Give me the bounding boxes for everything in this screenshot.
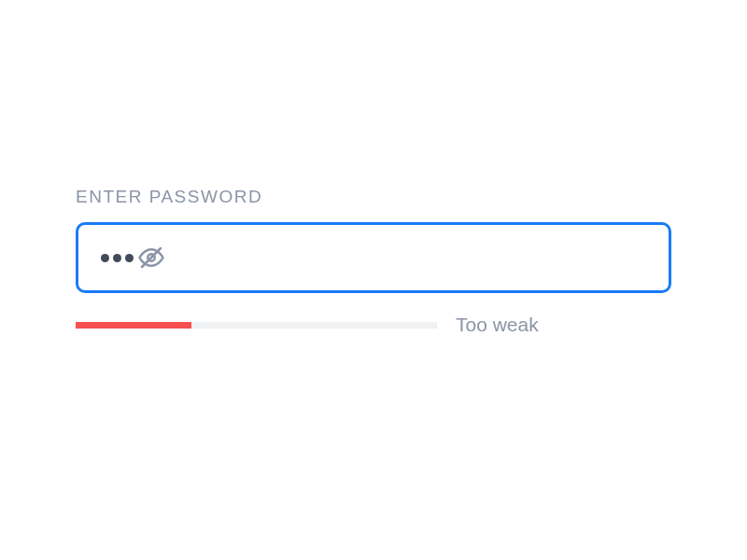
strength-text: Too weak <box>456 314 539 336</box>
password-input[interactable] <box>101 254 134 262</box>
strength-row: Too weak <box>76 314 671 336</box>
eye-off-icon <box>137 244 165 272</box>
strength-bar <box>76 322 437 329</box>
password-input-wrapper[interactable] <box>76 222 671 293</box>
password-widget: ENTER PASSWORD Too weak <box>76 187 671 336</box>
toggle-visibility-button[interactable] <box>134 240 169 275</box>
password-label: ENTER PASSWORD <box>76 187 671 207</box>
strength-fill <box>76 322 191 329</box>
